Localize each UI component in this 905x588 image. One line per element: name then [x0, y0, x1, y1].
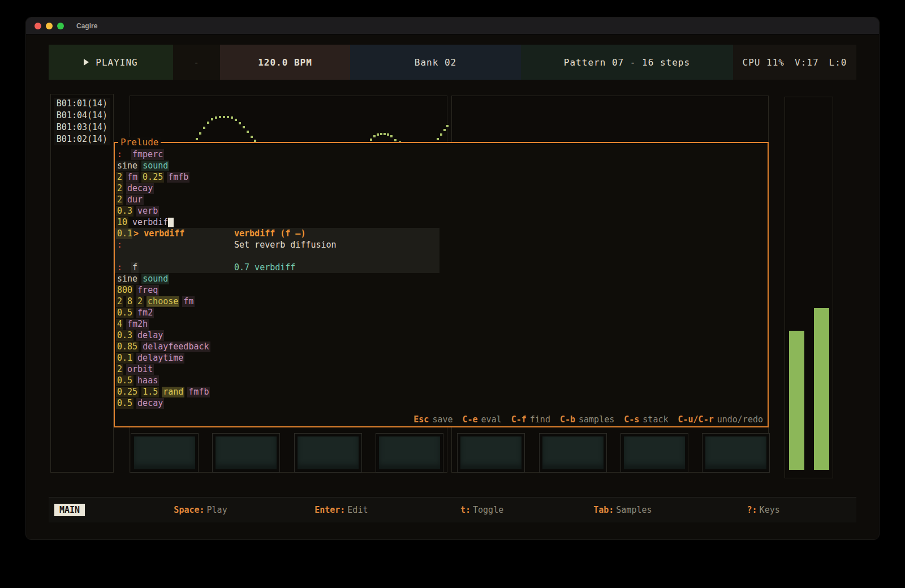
code-token: 2	[116, 364, 123, 375]
step-cell-fill	[542, 436, 604, 469]
hint-label: Samples	[616, 505, 652, 515]
code-token: 10	[116, 217, 128, 228]
code-token: 2	[116, 194, 123, 205]
code-line: 0.3delay	[116, 330, 768, 341]
code-token: verb	[136, 206, 159, 217]
code-editor[interactable]: Prelude :fmpercsinesound2fm0.25fmfb2deca…	[114, 142, 769, 427]
code-token: 0.5	[116, 308, 133, 318]
step-cell[interactable]	[702, 433, 770, 473]
waveform-dot	[380, 133, 382, 135]
pattern-slot[interactable]: B01:01(14)	[54, 98, 110, 110]
code-line: 0.5fm2	[116, 307, 768, 318]
code-token: verbdif	[131, 217, 168, 228]
waveform-dot	[373, 135, 376, 137]
code-line: 0.3verb	[116, 205, 768, 217]
shortcut-label: save	[432, 414, 453, 425]
code-line: sinesound	[116, 160, 768, 171]
step-cell[interactable]	[376, 433, 443, 473]
playing-label: PLAYING	[96, 57, 137, 68]
spacer-segment: -	[173, 45, 220, 80]
step-cell[interactable]	[539, 433, 607, 473]
code-line: 0.1delaytime	[116, 352, 768, 364]
shortcut-label: eval	[481, 414, 502, 425]
code-token: 0.5	[116, 398, 133, 409]
hint-key: Tab:	[593, 505, 614, 515]
step-cell-fill	[216, 436, 277, 469]
hint-label: Edit	[347, 505, 368, 515]
code-token: sound	[141, 161, 169, 171]
waveform-dot	[243, 126, 245, 128]
waveform-dot	[251, 136, 253, 138]
status-line: MAIN Space:PlayEnter:Editt:ToggleTab:Sam…	[49, 497, 856, 522]
popup-text: Set reverb diffusion	[234, 240, 337, 250]
code-line: 0.85delayfeedback	[116, 341, 768, 352]
waveform-dot	[211, 118, 213, 120]
code-line: 2orbit	[116, 364, 768, 375]
dash-label: -	[193, 57, 200, 68]
code-token: rand	[162, 387, 184, 397]
bpm-display[interactable]: 120.0 BPM	[220, 45, 350, 80]
code-token: 4	[116, 319, 123, 330]
code-token: decay	[136, 398, 164, 409]
level-meter-bar	[789, 331, 804, 470]
pattern-value: Pattern 07 - 16 steps	[564, 57, 690, 68]
code-token: 0.1	[116, 228, 132, 239]
code-token: 2	[116, 296, 123, 307]
code-token: delay	[136, 330, 164, 341]
window-title: Cagire	[76, 22, 97, 30]
step-cell[interactable]	[212, 433, 280, 473]
waveform-dot	[207, 122, 209, 124]
waveform-dot	[219, 116, 221, 118]
pattern-slot[interactable]: B01:04(14)	[54, 110, 110, 122]
pattern-slot[interactable]: B01:02(14)	[54, 133, 110, 145]
code-token: > verbdiff	[132, 228, 186, 239]
key-hint: ?:Keys	[693, 505, 834, 515]
waveform-dot	[390, 135, 393, 137]
waveform-dot	[231, 116, 233, 119]
pattern-slot[interactable]: B01:03(14)	[54, 122, 110, 133]
shortcut-hint: C-bsamples	[560, 414, 614, 425]
voices-value: V:17	[795, 57, 819, 68]
code-token: sine	[116, 161, 139, 171]
playing-status[interactable]: PLAYING	[49, 45, 173, 80]
waveform-dot	[387, 133, 389, 136]
close-button[interactable]	[35, 23, 41, 29]
hint-key: Enter:	[314, 505, 345, 515]
mode-badge: MAIN	[54, 504, 85, 516]
step-cell[interactable]	[131, 433, 199, 473]
code-token: fm	[126, 172, 139, 183]
waveform-dot	[440, 133, 442, 136]
code-token: 0.3	[116, 330, 133, 341]
step-cell[interactable]	[294, 433, 362, 473]
bank-value: Bank 02	[415, 57, 456, 68]
minimize-button[interactable]	[46, 23, 53, 29]
editor-shortcuts: EscsaveC-eevalC-ffindC-bsamplesC-sstackC…	[413, 414, 763, 425]
zoom-button[interactable]	[57, 23, 64, 29]
bank-display[interactable]: Bank 02	[350, 45, 521, 80]
code-line	[116, 250, 768, 262]
shortcut-key: C-e	[463, 414, 478, 425]
cpu-stats: CPU 11% V:17 L:0	[733, 45, 856, 80]
code-line: sinesound	[116, 273, 768, 284]
shortcut-label: stack	[643, 414, 668, 425]
code-line: :Set reverb diffusion	[116, 239, 768, 250]
code-token: 1.5	[141, 387, 159, 397]
shortcut-key: C-f	[511, 414, 527, 425]
code-token: delayfeedback	[141, 341, 210, 352]
play-icon	[84, 59, 89, 66]
step-cell-fill	[134, 436, 195, 469]
code-line: 10verbdif	[116, 217, 768, 228]
step-cell[interactable]	[457, 433, 525, 473]
code-lines: :fmpercsinesound2fm0.25fmfb2decay2dur0.3…	[115, 143, 768, 409]
waveform-dot	[394, 139, 397, 141]
pattern-display[interactable]: Pattern 07 - 16 steps	[521, 45, 733, 80]
step-cell[interactable]	[620, 433, 688, 473]
code-token: 0.5	[116, 375, 133, 386]
code-token: 2	[116, 172, 123, 183]
step-cell-fill	[705, 436, 766, 469]
hint-key: ?:	[747, 505, 757, 515]
shortcut-hint: C-sstack	[624, 414, 668, 425]
code-token: delaytime	[136, 353, 184, 364]
code-token: choose	[146, 296, 179, 307]
waveform-dot	[446, 125, 449, 127]
